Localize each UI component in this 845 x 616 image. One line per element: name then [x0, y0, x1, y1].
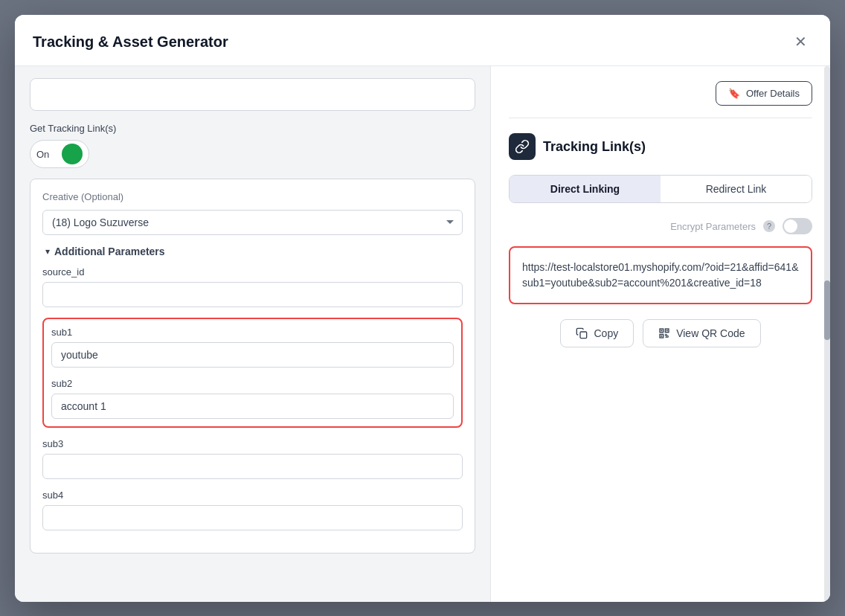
close-icon: ✕ — [794, 33, 807, 51]
creative-section: Creative (Optional) (18) Logo Suzuverse … — [30, 179, 475, 554]
tracking-asset-generator-modal: Tracking & Asset Generator ✕ Get Trackin… — [15, 15, 830, 602]
tracking-links-title: Tracking Link(s) — [543, 139, 646, 155]
sub2-label: sub2 — [51, 378, 454, 389]
sub1-input[interactable] — [51, 342, 454, 368]
svg-rect-6 — [661, 336, 663, 337]
sub4-group: sub4 — [42, 490, 463, 530]
view-qr-code-button[interactable]: View QR Code — [643, 319, 760, 347]
top-input-area — [30, 78, 475, 111]
toggle-on-text: On — [36, 149, 49, 160]
creative-select[interactable]: (18) Logo Suzuverse — [42, 210, 463, 235]
toggle-wrapper[interactable]: On — [30, 140, 89, 168]
toggle-row: On — [30, 140, 475, 168]
action-buttons: Copy View QR Code — [509, 319, 812, 347]
source-id-group: source_id — [42, 266, 463, 307]
url-text: https://test-localstore01.myshopify.com/… — [522, 261, 798, 289]
modal-body: Get Tracking Link(s) On Creative (Option… — [15, 66, 830, 602]
scrollbar-thumb[interactable] — [824, 280, 830, 340]
additional-params-header: ▾ Additional Parameters — [42, 246, 463, 257]
modal-title: Tracking & Asset Generator — [33, 33, 228, 51]
tracking-links-header: Tracking Link(s) — [509, 133, 812, 160]
creative-label: Creative (Optional) — [42, 191, 463, 202]
right-divider — [509, 118, 812, 118]
offer-details-label: Offer Details — [746, 88, 800, 99]
sub1-label: sub1 — [51, 327, 454, 338]
source-id-input[interactable] — [42, 282, 463, 307]
toggle-circle — [62, 144, 83, 164]
svg-rect-4 — [661, 330, 663, 331]
url-box: https://test-localstore01.myshopify.com/… — [509, 246, 812, 304]
sub3-input[interactable] — [42, 454, 463, 479]
toggle-section-label: Get Tracking Link(s) — [30, 123, 475, 134]
close-button[interactable]: ✕ — [788, 30, 812, 54]
encrypt-label: Encrypt Parameters — [670, 221, 756, 232]
encrypt-row: Encrypt Parameters ? — [509, 218, 812, 234]
tab-redirect-label: Redirect Link — [706, 183, 767, 195]
sub4-label: sub4 — [42, 490, 463, 501]
copy-icon — [576, 327, 588, 339]
sub1-sub2-highlight: sub1 sub2 — [42, 318, 463, 428]
chevron-icon: ▾ — [45, 246, 50, 257]
scrollbar[interactable] — [824, 66, 830, 602]
qr-icon — [658, 327, 670, 339]
right-panel: 🔖 Offer Details Tracking Link(s) Direct … — [491, 66, 830, 602]
sub3-label: sub3 — [42, 438, 463, 449]
source-id-label: source_id — [42, 266, 463, 277]
encrypt-info-icon[interactable]: ? — [763, 220, 775, 232]
left-panel: Get Tracking Link(s) On Creative (Option… — [15, 66, 491, 602]
tab-redirect-link[interactable]: Redirect Link — [661, 176, 812, 202]
modal-header: Tracking & Asset Generator ✕ — [15, 15, 830, 66]
offer-details-button[interactable]: 🔖 Offer Details — [716, 81, 812, 106]
sub1-group: sub1 — [51, 327, 454, 368]
sub4-input[interactable] — [42, 505, 463, 530]
copy-label: Copy — [594, 327, 618, 339]
svg-rect-0 — [580, 332, 587, 339]
svg-rect-5 — [666, 330, 668, 331]
copy-button[interactable]: Copy — [560, 319, 634, 347]
sub2-group: sub2 — [51, 378, 454, 419]
sub2-input[interactable] — [51, 394, 454, 419]
additional-params-title: Additional Parameters — [54, 246, 165, 257]
qr-label: View QR Code — [676, 327, 745, 339]
tab-direct-linking[interactable]: Direct Linking — [510, 176, 661, 202]
bookmark-icon: 🔖 — [728, 88, 740, 99]
encrypt-toggle[interactable] — [783, 218, 812, 234]
tab-direct-label: Direct Linking — [550, 183, 620, 195]
tab-group: Direct Linking Redirect Link — [509, 175, 812, 203]
link-icon-wrapper — [509, 133, 536, 160]
link-icon — [515, 139, 530, 154]
sub3-group: sub3 — [42, 438, 463, 479]
toggle-section: Get Tracking Link(s) On — [30, 123, 475, 168]
